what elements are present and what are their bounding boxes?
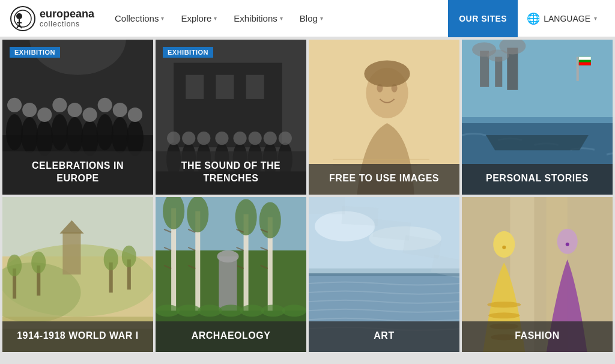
our-sites-button[interactable]: OUR SITES: [448, 0, 518, 37]
nav-links: Collections ▾ Explore ▾ Exhibitions ▾ Bl…: [106, 0, 448, 37]
collections-arrow-icon: ▾: [161, 15, 164, 22]
logo[interactable]: europeana collections: [10, 5, 94, 32]
tile-personal[interactable]: PERSONAL STORIES: [462, 40, 613, 195]
content-grid: EXHIBITIONCELEBRATIONS IN EUROPE: [0, 37, 615, 364]
tile-label-ww1: 1914-1918 WORLD WAR I: [2, 321, 153, 352]
tile-label-art: ART: [309, 321, 459, 352]
tile-label-personal: PERSONAL STORIES: [462, 164, 613, 195]
tile-ww1[interactable]: 1914-1918 WORLD WAR I: [2, 197, 153, 352]
logo-europeana-text: europeana: [40, 8, 94, 20]
language-icon: 🌐: [527, 12, 540, 25]
tile-label-fashion: FASHION: [462, 321, 613, 352]
exhibitions-arrow-icon: ▾: [280, 15, 283, 22]
tile-label-free-images: FREE TO USE IMAGES: [309, 164, 459, 195]
tile-fashion[interactable]: FASHION: [462, 197, 613, 352]
tile-label-archaeology: ARCHAEOLOGY: [156, 321, 306, 352]
tile-label-celebrations: CELEBRATIONS IN EUROPE: [2, 151, 153, 195]
tile-badge-celebrations: EXHIBITION: [10, 47, 60, 58]
blog-arrow-icon: ▾: [320, 15, 323, 22]
tile-archaeology[interactable]: ARCHAEOLOGY: [156, 197, 306, 352]
nav-explore[interactable]: Explore ▾: [172, 0, 225, 37]
language-button[interactable]: 🌐 LANGUAGE ▾: [518, 0, 605, 37]
nav-blog[interactable]: Blog ▾: [291, 0, 332, 37]
nav-right: OUR SITES 🌐 LANGUAGE ▾: [448, 0, 605, 37]
tile-art[interactable]: ART: [309, 197, 459, 352]
logo-collections-text: collections: [40, 20, 94, 28]
language-arrow-icon: ▾: [594, 15, 597, 22]
svg-point-1: [14, 10, 31, 27]
nav-collections[interactable]: Collections ▾: [106, 0, 172, 37]
tile-label-trenches: THE SOUND OF THE TRENCHES: [156, 151, 306, 195]
explore-arrow-icon: ▾: [214, 15, 217, 22]
tile-trenches[interactable]: EXHIBITIONTHE SOUND OF THE TRENCHES: [156, 40, 306, 195]
nav-exhibitions[interactable]: Exhibitions ▾: [225, 0, 291, 37]
tile-celebrations[interactable]: EXHIBITIONCELEBRATIONS IN EUROPE: [2, 40, 153, 195]
navbar: europeana collections Collections ▾ Expl…: [0, 0, 615, 37]
svg-point-2: [16, 13, 22, 19]
tile-free-images[interactable]: FREE TO USE IMAGES: [309, 40, 459, 195]
tile-badge-trenches: EXHIBITION: [163, 47, 213, 58]
